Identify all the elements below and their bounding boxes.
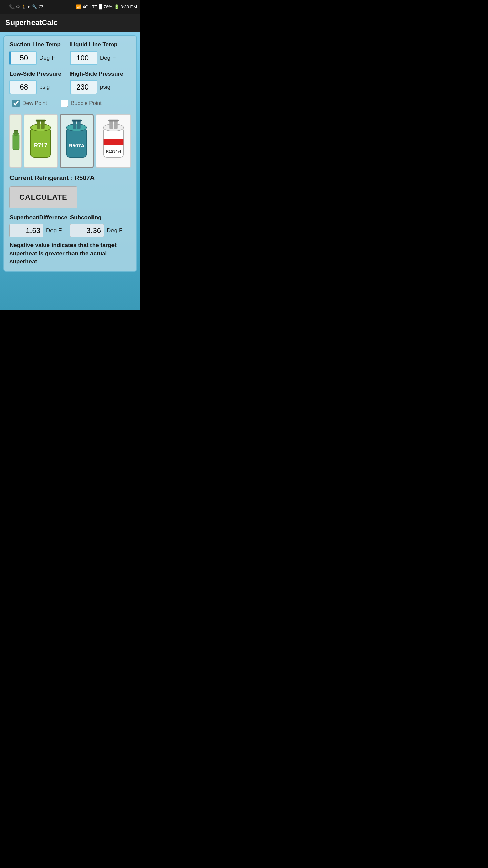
refrigerant-card-r507a[interactable]: R507A <box>60 114 94 168</box>
liquid-line-label: Liquid Line Temp <box>70 41 131 48</box>
main-background: Suction Line Temp Deg F Liquid Line Temp… <box>0 32 140 310</box>
svg-point-19 <box>103 124 123 131</box>
subcooling-label: Subcooling <box>70 214 131 221</box>
superheat-label: Superheat/Difference <box>9 214 70 221</box>
liquid-line-input-row: Deg F <box>70 51 131 65</box>
low-side-pressure-group: Low-Side Pressure psig <box>9 71 70 94</box>
amazon-icon: a <box>28 4 30 9</box>
menu-icon: ⋯ <box>3 4 8 9</box>
wrench-icon: 🔧 <box>32 4 37 9</box>
subcooling-result-group: Subcooling -3.36 Deg F <box>70 214 131 237</box>
svg-rect-14 <box>77 120 81 129</box>
svg-rect-0 <box>13 134 19 150</box>
svg-text:R507A: R507A <box>69 143 85 149</box>
subcooling-value: -3.36 <box>70 224 104 237</box>
svg-rect-7 <box>37 120 40 129</box>
refrigerant-carousel: R717 R507A <box>9 113 131 170</box>
time-display: 8:30 PM <box>121 4 137 9</box>
svg-rect-15 <box>72 120 82 122</box>
low-side-pressure-label: Low-Side Pressure <box>9 71 70 77</box>
low-side-pressure-input-row: psig <box>9 80 70 94</box>
svg-point-1 <box>13 133 19 135</box>
suction-line-group: Suction Line Temp Deg F <box>9 41 70 65</box>
svg-point-6 <box>31 124 51 131</box>
wifi-icon: 📶 <box>76 4 81 9</box>
calculate-button[interactable]: CALCULATE <box>9 186 77 208</box>
high-side-pressure-label: High-Side Pressure <box>70 71 131 77</box>
phone-icon: 📞 <box>9 4 15 9</box>
superheat-result-group: Superheat/Difference -1.63 Deg F <box>9 214 70 237</box>
low-side-pressure-input[interactable] <box>9 80 37 94</box>
checkbox-row: Dew Point Bubble Point <box>9 100 131 107</box>
low-pressure-unit: psig <box>39 84 50 91</box>
pressure-inputs-row: Low-Side Pressure psig High-Side Pressur… <box>9 71 131 94</box>
app-bar: SuperheatCalc <box>0 14 140 32</box>
suction-line-label: Suction Line Temp <box>9 41 70 48</box>
dew-point-checkbox-group: Dew Point <box>12 100 47 107</box>
svg-rect-20 <box>109 120 113 129</box>
suction-temp-unit: Deg F <box>39 55 55 61</box>
status-icons-left: ⋯ 📞 ⚙ 🚶 a 🔧 🛡 <box>3 4 43 9</box>
superheat-result-input-row: -1.63 Deg F <box>9 224 70 237</box>
suction-line-input-row: Deg F <box>9 51 70 65</box>
high-side-pressure-group: High-Side Pressure psig <box>70 71 131 94</box>
subcooling-unit: Deg F <box>107 227 122 234</box>
shield-icon: 🛡 <box>39 4 43 9</box>
temperature-inputs-row: Suction Line Temp Deg F Liquid Line Temp… <box>9 41 131 65</box>
svg-rect-3 <box>16 131 18 135</box>
high-side-pressure-input[interactable] <box>70 80 97 94</box>
superheat-unit: Deg F <box>46 227 62 234</box>
battery-icon: 🔋 <box>114 4 119 9</box>
svg-text:R717: R717 <box>34 142 47 149</box>
dew-point-label: Dew Point <box>22 100 47 106</box>
status-bar: ⋯ 📞 ⚙ 🚶 a 🔧 🛡 📶 4G LTE ▉ 76% 🔋 8:30 PM <box>0 0 140 14</box>
refrigerant-card-r717[interactable]: R717 <box>24 114 58 168</box>
liquid-line-group: Liquid Line Temp Deg F <box>70 41 131 65</box>
status-icons-right: 📶 4G LTE ▉ 76% 🔋 8:30 PM <box>76 4 137 9</box>
current-refrigerant-display: Current Refrigerant : R507A <box>9 174 131 182</box>
svg-rect-13 <box>73 120 76 129</box>
superheat-value: -1.63 <box>9 224 43 237</box>
person-icon: 🚶 <box>21 4 27 9</box>
svg-rect-9 <box>36 120 46 122</box>
app-title: SuperheatCalc <box>5 18 58 27</box>
results-row: Superheat/Difference -1.63 Deg F Subcool… <box>9 214 131 237</box>
network-type: 4G LTE <box>83 4 98 9</box>
liquid-temp-unit: Deg F <box>100 55 116 61</box>
signal-bars: ▉ <box>99 4 102 9</box>
high-pressure-unit: psig <box>100 84 110 91</box>
svg-text:R1234yf: R1234yf <box>106 149 121 153</box>
svg-point-12 <box>67 124 87 131</box>
refrigerant-card-r22-partial[interactable] <box>9 114 22 168</box>
main-card: Suction Line Temp Deg F Liquid Line Temp… <box>3 35 137 272</box>
svg-rect-21 <box>114 120 117 129</box>
bubble-point-checkbox[interactable] <box>61 100 68 107</box>
svg-rect-8 <box>41 120 45 129</box>
dew-point-checkbox[interactable] <box>12 100 20 107</box>
liquid-line-temp-input[interactable] <box>70 51 97 65</box>
bubble-point-checkbox-group: Bubble Point <box>61 100 102 107</box>
high-side-pressure-input-row: psig <box>70 80 131 94</box>
note-text: Negative value indicates that the target… <box>9 241 131 265</box>
refrigerant-card-r1234yf[interactable]: R1234yf <box>96 114 131 168</box>
svg-rect-22 <box>108 120 118 122</box>
settings-icon: ⚙ <box>16 4 20 9</box>
suction-line-temp-input[interactable] <box>9 51 37 65</box>
svg-rect-4 <box>14 130 18 131</box>
battery-level: 76% <box>104 4 113 9</box>
svg-rect-2 <box>14 131 16 135</box>
bubble-point-label: Bubble Point <box>71 100 102 106</box>
svg-rect-18 <box>103 139 123 145</box>
subcooling-result-input-row: -3.36 Deg F <box>70 224 131 237</box>
